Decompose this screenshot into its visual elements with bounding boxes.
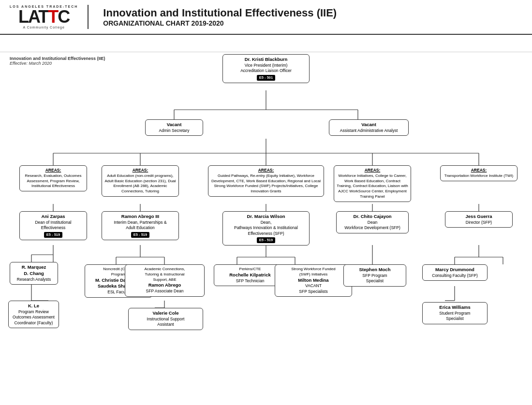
vacant2-title: Assistant Administrative Analyst: [332, 128, 406, 133]
node-vacant1: Vacant Admin Secretary: [145, 119, 203, 136]
blackburn-title1: Vice President (Interim): [225, 63, 307, 68]
node-chito: Dr. Chito Cajayon Dean Workforce Develop…: [336, 211, 409, 233]
kle-title1: Program Review: [11, 309, 56, 315]
vacant2-name: Vacant: [332, 122, 406, 128]
erica-name: Erica Williams: [425, 304, 485, 311]
header: LOS ANGELES TRADE-TECH LATTC A Community…: [0, 0, 532, 35]
blackburn-badge: E5 - 501: [257, 75, 275, 81]
ani-title1: Dean of Institutional: [22, 220, 84, 225]
rochelle-title: SFP Technician: [217, 278, 283, 284]
node-blackburn: Dr. Kristi Blackburn Vice President (Int…: [222, 54, 310, 83]
node-marcia-areas: AREAS: Guided Pathways, Re-entry (Equity…: [208, 165, 324, 197]
chito-name: Dr. Chito Cajayon: [339, 214, 406, 220]
acconn-title: SFP Associate Dean: [128, 289, 202, 294]
kle-name: K. Le: [11, 303, 56, 309]
node-ani-areas: AREAS: Research, Evaluation, Outcomes As…: [19, 165, 87, 191]
marcia-title3: Effectiveness (SFP): [225, 231, 307, 236]
blackburn-title2: Accreditation Liaison Officer: [225, 68, 307, 73]
rmarquez-name: R. Marquez D. Chang: [13, 264, 55, 277]
marcia-badge: E5 - 519: [257, 237, 275, 243]
ramon3-name: Ramon Abrego III: [104, 214, 176, 220]
valerie-name: Valerie Cole: [131, 310, 200, 317]
marcia-title2: Pathways Innovation & Institutional: [225, 225, 307, 231]
node-stephen: Stephen Moch SFP Program Specialist: [343, 264, 406, 287]
jess-areas-text: Transportation Workforce Institute (TWI): [444, 174, 513, 178]
node-erica: Erica Williams Student Program Specialis…: [422, 302, 488, 324]
node-milton: Strong Workforce Funded(SWF) Initiatives…: [275, 264, 352, 297]
node-jess-areas: AREAS: Transportation Workforce Institut…: [440, 165, 517, 181]
rmarquez-title: Research Analysts: [13, 277, 55, 282]
node-kle: K. Le Program Review Outcomes Assessment…: [8, 301, 59, 328]
jess-name: Jess Guerra: [448, 214, 510, 220]
logo-area: LOS ANGELES TRADE-TECH LATTC A Community…: [10, 5, 89, 29]
blackburn-name: Dr. Kristi Blackburn: [225, 57, 307, 63]
logo-lattc: LATTC: [18, 8, 69, 26]
node-chito-areas: AREAS: Workforce Initiatives, College to…: [334, 165, 411, 202]
acconn-name: Ramon Abrego: [128, 282, 202, 289]
kle-title2: Outcomes Assessment: [11, 315, 56, 320]
erica-title2: Specialist: [425, 316, 485, 321]
ani-title2: Effectiveness: [22, 225, 84, 231]
valerie-title2: Assistant: [131, 322, 200, 327]
valerie-title1: Instructional Support: [131, 317, 200, 322]
milton-name: Milton Medina: [278, 277, 349, 284]
erica-title1: Student Program: [425, 311, 485, 316]
ani-name: Ani Zarpas: [22, 214, 84, 220]
chito-title2: Workforce Development (SFP): [339, 225, 406, 231]
ramon3-badge: E5 - 519: [131, 232, 149, 238]
node-vacant2: Vacant Assistant Administrative Analyst: [329, 119, 409, 136]
marcia-name: Dr. Marcia Wilson: [225, 214, 307, 220]
chart-title: Innovation and Institutional Effectivene…: [103, 7, 337, 19]
stephen-name: Stephen Moch: [346, 267, 403, 273]
marcia-title1: Dean,: [225, 220, 307, 225]
chart-subtitle: ORGANIZATIONAL CHART 2019-2020: [103, 19, 337, 27]
marcia-areas-text: Guided Pathways, Re-entry (Equity Initia…: [211, 174, 321, 193]
ramon3-title2: Adult Education: [104, 225, 176, 231]
ramon3-areas-text: Adult Education (non-credit programs), A…: [104, 174, 176, 193]
org-chart: Dr. Kristi Blackburn Vice President (Int…: [0, 40, 532, 47]
jess-title: Director (SFP): [448, 220, 510, 225]
acconn-area: Academic Connections,Tutoring & Instruct…: [128, 267, 202, 282]
stephen-title1: SFP Program: [346, 273, 403, 278]
ani-areas-text: Research, Evaluation, Outcomes Assessmen…: [25, 174, 82, 188]
node-marcia: Dr. Marcia Wilson Dean, Pathways Innovat…: [222, 211, 310, 246]
node-ani: Ani Zarpas Dean of Institutional Effecti…: [19, 211, 87, 240]
node-ramon3: Ramon Abrego III Interim Dean, Partnersh…: [102, 211, 179, 240]
milton-area: Strong Workforce Funded(SWF) Initiatives: [278, 267, 349, 277]
vacant1-title: Admin Secretary: [148, 128, 200, 133]
node-valerie: Valerie Cole Instructional Support Assis…: [128, 308, 203, 330]
ani-badge: E5 - 519: [44, 232, 62, 238]
vacant1-name: Vacant: [148, 122, 200, 128]
node-ramon3-areas: AREAS: Adult Education (non-credit progr…: [102, 165, 179, 197]
ramon3-title1: Interim Dean, Partnerships &: [104, 220, 176, 225]
marcy-name: Marcy Drummond: [425, 267, 485, 273]
title-area: Innovation and Institutional Effectivene…: [98, 7, 337, 27]
chito-areas-text: Workforce Initiatives, College to Career…: [337, 174, 408, 199]
milton-title1: VACANT: [278, 283, 349, 289]
node-jess: Jess Guerra Director (SFP): [445, 211, 513, 228]
stephen-title2: Specialist: [346, 278, 403, 284]
node-marcy: Marcy Drummond Consulting Faculty (SFP): [422, 264, 488, 281]
node-academic-conn: Academic Connections,Tutoring & Instruct…: [125, 264, 205, 297]
rochelle-area: Perkins/CTE: [217, 267, 283, 272]
chito-title1: Dean: [339, 220, 406, 225]
rochelle-name: Rochelle Kilpatrick: [217, 272, 283, 278]
node-rmarquez: R. Marquez D. Chang Research Analysts: [10, 262, 58, 285]
marcy-title: Consulting Faculty (SFP): [425, 273, 485, 278]
milton-title2: SFP Specialists: [278, 289, 349, 294]
kle-title3: Coordinator (Faculty): [11, 320, 56, 326]
